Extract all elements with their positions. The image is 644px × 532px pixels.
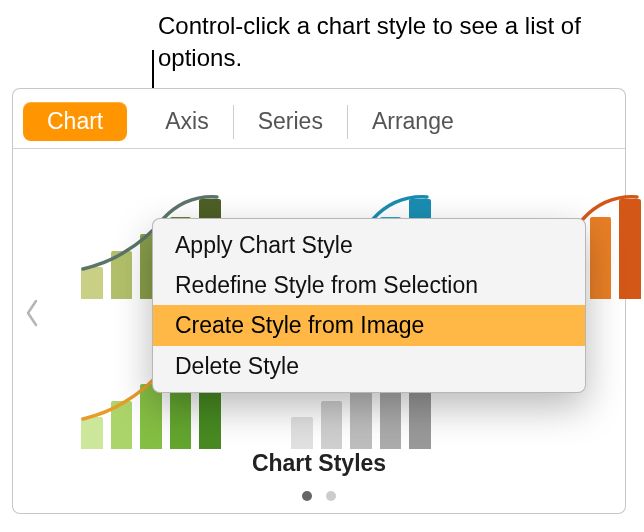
documentation-figure: Control-click a chart style to see a lis…	[0, 0, 644, 532]
callout-text: Control-click a chart style to see a lis…	[158, 10, 588, 75]
menu-item-create-style-from-image[interactable]: Create Style from Image	[153, 305, 585, 345]
tab-series[interactable]: Series	[254, 100, 327, 143]
tab-divider	[233, 105, 234, 139]
page-dot[interactable]	[326, 491, 336, 501]
chevron-left-icon	[24, 299, 40, 327]
chart-styles-label: Chart Styles	[13, 450, 625, 477]
menu-item-apply-style[interactable]: Apply Chart Style	[153, 225, 585, 265]
menu-item-delete-style[interactable]: Delete Style	[153, 346, 585, 386]
tab-axis[interactable]: Axis	[161, 100, 212, 143]
chart-style-context-menu: Apply Chart Style Redefine Style from Se…	[152, 218, 586, 393]
tab-divider	[347, 105, 348, 139]
chart-styles-page-dots	[13, 491, 625, 501]
page-dot[interactable]	[302, 491, 312, 501]
tab-chart[interactable]: Chart	[23, 102, 127, 141]
tab-arrange[interactable]: Arrange	[368, 100, 458, 143]
inspector-tabs: Chart Axis Series Arrange	[13, 95, 625, 149]
menu-item-redefine-style[interactable]: Redefine Style from Selection	[153, 265, 585, 305]
